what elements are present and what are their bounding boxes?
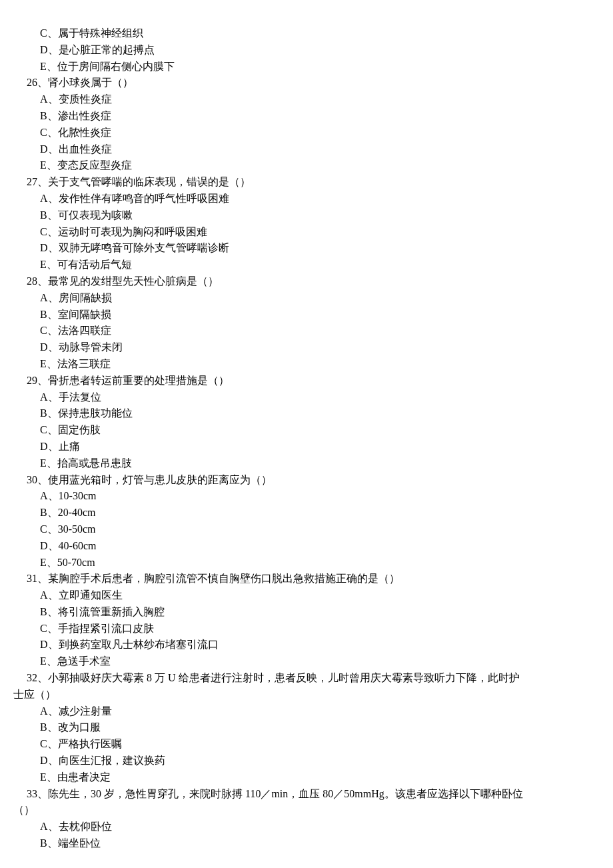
option-line: B、室间隔缺损 [13, 307, 600, 323]
question-line: 30、使用蓝光箱时，灯管与患儿皮肤的距离应为（） [13, 472, 600, 489]
option-line: E、可有活动后气短 [13, 257, 600, 273]
option-line: E、变态反应型炎症 [13, 157, 600, 174]
option-line: B、渗出性炎症 [13, 108, 600, 125]
option-line: D、到换药室取凡士林纱布堵塞引流口 [13, 637, 600, 653]
option-line: B、将引流管重新插入胸腔 [13, 604, 600, 621]
question-line: 27、关于支气管哮喘的临床表现，错误的是（） [13, 174, 600, 191]
question-line: 28、最常见的发绀型先天性心脏病是（） [13, 273, 600, 290]
option-line: E、急送手术室 [13, 653, 600, 670]
option-line: E、由患者决定 [13, 769, 600, 786]
question-line: 33、陈先生，30 岁，急性胃穿孔，来院时脉搏 110／min，血压 80／50… [13, 786, 600, 803]
option-line: B、保持患肢功能位 [13, 405, 600, 422]
option-line: A、10-30cm [13, 488, 600, 505]
option-line: E、位于房间隔右侧心内膜下 [13, 59, 600, 75]
question-line: 29、骨折患者转运前重要的处理措施是（） [13, 373, 600, 389]
option-line: E、50-70cm [13, 555, 600, 571]
wrap-line: 士应（） [13, 687, 600, 703]
question-line: 26、肾小球炎属于（） [13, 75, 600, 91]
option-line: A、房间隔缺损 [13, 290, 600, 307]
option-line: E、抬高或悬吊患肢 [13, 455, 600, 472]
question-line: 31、某胸腔手术后患者，胸腔引流管不慎自胸壁伤口脱出急救措施正确的是（） [13, 571, 600, 587]
option-line: D、向医生汇报，建议换药 [13, 753, 600, 769]
option-line: A、发作性伴有哮鸣音的呼气性呼吸困难 [13, 191, 600, 207]
option-line: D、双肺无哮鸣音可除外支气管哮喘诊断 [13, 240, 600, 257]
option-line: C、严格执行医嘱 [13, 736, 600, 753]
option-line: A、变质性炎症 [13, 91, 600, 108]
wrap-line: （） [13, 802, 600, 819]
option-line: D、40-60cm [13, 538, 600, 555]
option-line: D、止痛 [13, 439, 600, 455]
option-line: D、是心脏正常的起搏点 [13, 42, 600, 59]
option-line: A、立即通知医生 [13, 587, 600, 604]
option-line: B、可仅表现为咳嗽 [13, 207, 600, 224]
option-line: B、改为口服 [13, 719, 600, 736]
option-line: B、20-40cm [13, 505, 600, 521]
option-line: D、动脉导管未闭 [13, 339, 600, 356]
option-line: A、去枕仰卧位 [13, 819, 600, 835]
option-line: C、固定伤肢 [13, 422, 600, 439]
option-line: C、化脓性炎症 [13, 125, 600, 141]
option-line: C、运动时可表现为胸闷和呼吸困难 [13, 224, 600, 241]
question-line: 32、小郭抽吸好庆大霉素 8 万 U 给患者进行注射时，患者反映，儿时曾用庆大霉… [13, 670, 600, 687]
option-line: B、端坐卧位 [13, 835, 600, 852]
option-line: D、出血性炎症 [13, 141, 600, 158]
option-line: C、法洛四联症 [13, 323, 600, 339]
option-line: C、手指捏紧引流口皮肤 [13, 621, 600, 637]
option-line: C、30-50cm [13, 521, 600, 538]
option-line: A、手法复位 [13, 389, 600, 406]
document-body: C、属于特殊神经组织D、是心脏正常的起搏点E、位于房间隔右侧心内膜下26、肾小球… [13, 25, 600, 852]
option-line: C、属于特殊神经组织 [13, 25, 600, 42]
option-line: E、法洛三联症 [13, 356, 600, 373]
option-line: A、减少注射量 [13, 703, 600, 720]
